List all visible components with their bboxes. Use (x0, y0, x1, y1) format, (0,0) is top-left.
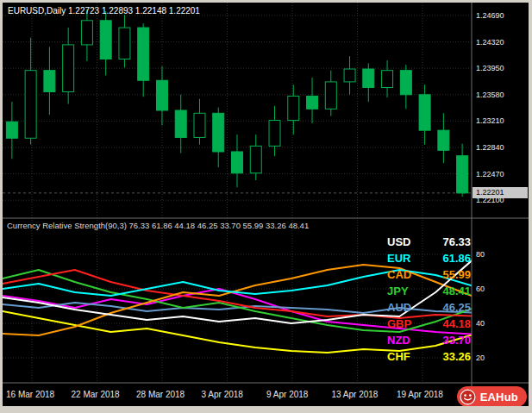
eahub-badge: EAHub (457, 386, 527, 406)
legend-value: 76.33 (442, 235, 471, 248)
time-axis-label: 19 Apr 2018 (397, 390, 443, 399)
legend-row: EUR61.86 (387, 250, 471, 266)
price-axis-tick: 1.22840 (476, 143, 504, 153)
chart-window: EURUSD,Daily 1.22723 1.22893 1.22148 1.2… (3, 3, 529, 406)
legend-value: 48.41 (442, 285, 471, 297)
terminal-window: EURUSD,Daily 1.22723 1.22893 1.22148 1.2… (0, 0, 532, 413)
indicator-axis-tick: 60 (476, 285, 485, 294)
time-axis-label: 9 Apr 2018 (266, 390, 308, 399)
price-axis-tick: 1.24690 (476, 11, 504, 21)
legend-currency: EUR (387, 252, 410, 265)
eahub-label: EAHub (480, 391, 518, 404)
indicator-axis-tick: 80 (476, 250, 485, 260)
legend-row: USD76.33 (387, 234, 471, 250)
time-axis-label: 3 Apr 2018 (202, 390, 243, 399)
price-axis-tick: 1.24320 (476, 38, 504, 47)
legend-row: CHF33.26 (387, 348, 471, 365)
legend-row: NZD33.70 (387, 332, 471, 348)
indicator-title: Currency Relative Strength(90,3) 76.33 6… (7, 221, 309, 230)
legend-row: GBP44.18 (387, 316, 471, 332)
legend-value: 61.86 (442, 252, 471, 265)
time-axis-label: 13 Apr 2018 (332, 390, 379, 399)
legend-currency: USD (387, 235, 410, 248)
legend-value: 33.26 (442, 350, 471, 363)
chart-title: EURUSD,Daily 1.22723 1.22893 1.22148 1.2… (8, 6, 200, 16)
time-axis-label: 22 Mar 2018 (72, 390, 120, 399)
legend-value: 33.70 (442, 334, 471, 347)
legend-currency: JPY (387, 285, 409, 297)
price-axis-tick: 1.23580 (476, 91, 504, 100)
legend-currency: NZD (387, 334, 410, 347)
price-axis-tick: 1.22470 (476, 170, 504, 179)
currency-strength-legend: USD76.33EUR61.86CAD55.99JPY48.41AUD46.25… (387, 234, 471, 365)
current-price-tag: 1.22201 (473, 187, 528, 198)
legend-value: 46.25 (442, 301, 471, 314)
eahub-logo-icon (460, 389, 476, 405)
legend-value: 55.99 (442, 268, 471, 281)
time-axis-label: 16 Mar 2018 (6, 390, 54, 399)
legend-row: AUD46.25 (387, 299, 471, 316)
price-axis-tick: 1.23210 (476, 116, 504, 126)
legend-currency: AUD (387, 301, 411, 314)
time-axis-label: 28 Mar 2018 (136, 390, 185, 399)
indicator-axis-tick: 20 (476, 354, 485, 363)
legend-row: JPY48.41 (387, 283, 471, 299)
price-axis-tick: 1.23950 (476, 64, 504, 73)
legend-currency: GBP (387, 317, 411, 330)
legend-currency: CHF (387, 350, 410, 363)
legend-value: 44.18 (442, 317, 471, 330)
indicator-axis-tick: 40 (476, 319, 485, 329)
legend-currency: CAD (387, 268, 411, 281)
legend-row: CAD55.99 (387, 266, 471, 283)
